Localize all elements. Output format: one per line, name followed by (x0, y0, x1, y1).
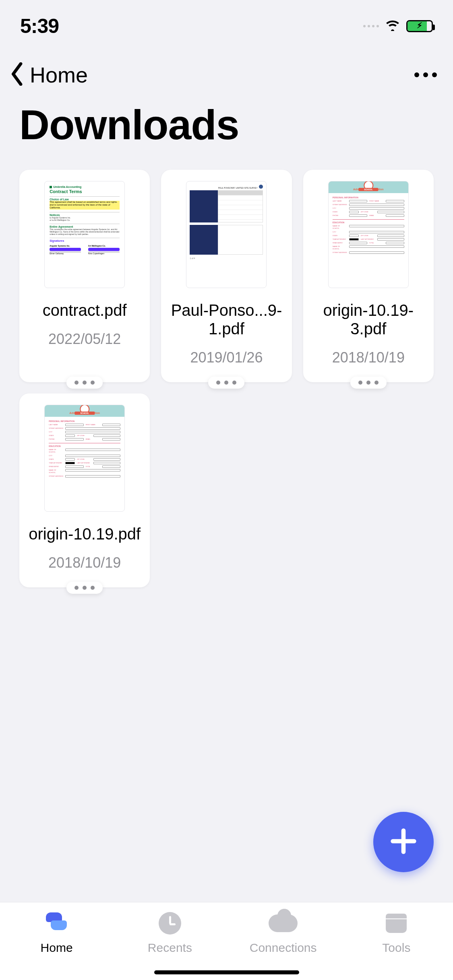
more-button[interactable] (414, 72, 437, 77)
home-icon (46, 912, 68, 935)
wifi-icon (385, 19, 401, 33)
tab-tools[interactable]: Tools (340, 912, 453, 964)
nav-bar: Home (0, 40, 453, 95)
file-date: 2022/05/12 (48, 331, 121, 348)
status-right: ⚡︎ (363, 19, 433, 33)
files-grid: Umbrella Accounting Contract Terms Choic… (0, 165, 453, 592)
file-card[interactable]: PAUL PONSONBY LIMITED SITE SURVEY 1 of 4… (161, 170, 292, 382)
file-name: Paul-Ponso...9-1.pdf (167, 301, 286, 338)
file-date: 2019/01/26 (190, 349, 263, 366)
file-date: 2018/10/19 (332, 349, 405, 366)
file-actions-button[interactable] (66, 377, 103, 389)
back-button[interactable]: Home (8, 62, 88, 87)
file-thumbnail: Umbrella Accounting Contract Terms Choic… (44, 181, 125, 288)
cloud-icon (269, 912, 298, 935)
cellular-dots-icon (363, 25, 379, 27)
add-button[interactable] (373, 812, 434, 872)
tab-label: Home (41, 941, 73, 955)
file-name: origin-10.19.pdf (26, 525, 143, 543)
tab-label: Recents (148, 941, 192, 955)
home-indicator (154, 970, 299, 974)
tab-bar: Home Recents Connections Tools (0, 902, 453, 980)
page-title: Downloads (0, 95, 453, 165)
tab-connections[interactable]: Connections (227, 912, 340, 964)
file-actions-button[interactable] (66, 582, 103, 594)
status-bar: 5:39 ⚡︎ (0, 0, 453, 40)
file-actions-button[interactable] (350, 377, 387, 389)
toolbox-icon (386, 912, 407, 935)
tab-label: Connections (250, 941, 317, 955)
file-date: 2018/10/19 (48, 554, 121, 571)
file-card[interactable]: SCHOOLAdmission Application PERSONAL INF… (19, 393, 150, 587)
chevron-left-icon (8, 62, 27, 87)
tab-label: Tools (382, 941, 410, 955)
plus-icon (390, 828, 417, 856)
file-thumbnail: SCHOOLAdmission Application PERSONAL INF… (44, 405, 125, 512)
file-thumbnail: PAUL PONSONBY LIMITED SITE SURVEY 1 of 4 (186, 181, 267, 288)
file-card[interactable]: Umbrella Accounting Contract Terms Choic… (19, 170, 150, 382)
file-name: origin-10.19-3.pdf (309, 301, 428, 338)
tab-home[interactable]: Home (0, 912, 113, 964)
back-label: Home (30, 62, 88, 87)
file-card[interactable]: SCHOOLAdmission Application PERSONAL INF… (303, 170, 434, 382)
file-name: contract.pdf (40, 301, 129, 319)
status-time: 5:39 (20, 14, 59, 38)
tab-recents[interactable]: Recents (113, 912, 226, 964)
file-actions-button[interactable] (208, 377, 244, 389)
clock-icon (159, 912, 181, 935)
file-thumbnail: SCHOOLAdmission Application PERSONAL INF… (328, 181, 409, 288)
battery-icon: ⚡︎ (406, 20, 433, 32)
